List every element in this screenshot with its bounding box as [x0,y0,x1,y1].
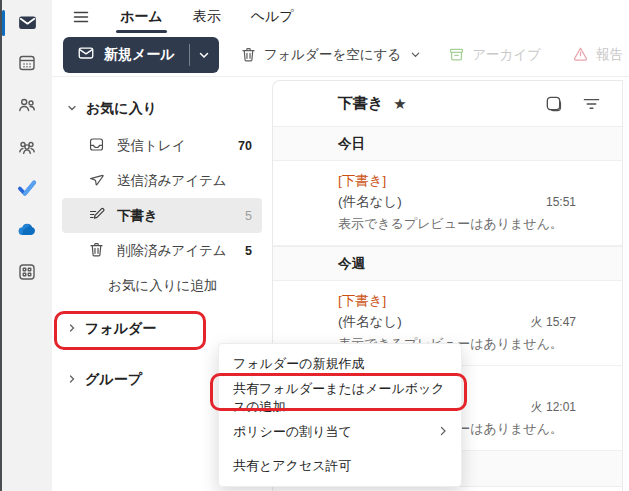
report-label: 報告 [596,46,623,64]
submenu-chevron-icon [437,425,449,440]
tab-home[interactable]: ホーム [118,2,165,32]
group-header-label: 今日 [338,135,365,153]
new-mail-button[interactable]: 新規メール [63,37,219,73]
archive-icon [448,46,465,63]
draft-tag: [下書き] [338,290,606,311]
message-list-header: 下書き ★ [273,81,622,126]
add-to-favorites-label: お気に入りに追加 [108,277,217,295]
onedrive-icon[interactable] [16,219,38,241]
message-subject: (件名なし) [338,191,402,213]
menu-item-create-new-folder[interactable]: フォルダーの新規作成 [219,347,461,381]
tab-view-label: 表示 [193,8,221,24]
message-subject: (件名なし) [338,311,402,333]
chevron-collapsed-icon [66,321,78,337]
sidebar-group-folders[interactable]: フォルダー [52,311,270,347]
group-header-this-week[interactable]: 今週 [273,246,622,281]
favorites-header[interactable]: お気に入り [66,94,270,124]
message-time: 15:51 [546,195,606,209]
tab-home-label: ホーム [120,8,163,24]
message-preview: 表示できるプレビューはありません。 [338,213,606,235]
folders-label: フォルダー [85,320,156,338]
people-icon[interactable] [16,94,38,116]
sidebar-item-sent[interactable]: 送信済みアイテム [52,163,270,198]
report-alert-icon [572,46,589,63]
chevron-down-icon [410,49,421,60]
message-time: 火 12:01 [531,399,606,416]
draft-pencil-icon [88,206,105,226]
sidebar-item-inbox[interactable]: 受信トレイ 70 [52,128,270,163]
sidebar-item-drafts[interactable]: 下書き 5 [62,198,262,233]
sidebar-item-deleted[interactable]: 削除済みアイテム 5 [52,233,270,268]
menu-item-sharing-permissions[interactable]: 共有とアクセス許可 [219,449,461,483]
empty-folder-label: フォルダーを空にする [264,46,402,64]
group-header-label: 今週 [338,255,365,273]
more-apps-icon[interactable] [16,261,38,283]
groups-label: グループ [85,371,142,389]
ribbon-tab-bar: ホーム 表示 ヘルプ [52,0,629,33]
new-mail-main[interactable]: 新規メール [63,37,189,73]
inbox-icon [88,136,105,156]
window-edge [0,0,2,491]
message-time: 火 15:47 [531,314,606,331]
report-button: 報告 [572,46,629,64]
favorites-header-label: お気に入り [86,100,157,118]
group-header-today[interactable]: 今日 [273,126,622,161]
app-rail [0,0,52,491]
menu-item-label: 共有フォルダーまたはメールボックスの追加 [233,380,449,416]
rail-selection-indicator [2,10,5,36]
new-mail-dropdown-button[interactable] [190,37,219,73]
sidebar-item-label: 削除済みアイテム [117,242,227,260]
chevron-collapsed-icon [66,372,78,388]
envelope-icon [77,44,95,66]
menu-item-add-shared-folder[interactable]: 共有フォルダーまたはメールボックスの追加 [219,381,461,415]
archive-button: アーカイブ [448,46,541,64]
favorite-star-icon[interactable]: ★ [393,96,406,111]
new-mail-label: 新規メール [104,46,175,64]
archive-label: アーカイブ [472,46,541,64]
ribbon-toolbar: 新規メール フォルダーを空にする アーカイブ [52,33,629,77]
menu-item-label: ポリシーの割り当て [233,423,352,441]
chevron-expanded-icon [66,101,78,117]
trash-icon [240,46,257,63]
menu-item-label: フォルダーの新規作成 [233,355,365,373]
message-row[interactable]: [下書き] (件名なし) 15:51 表示できるプレビューはありません。 [273,161,622,246]
calendar-icon[interactable] [16,52,38,74]
sidebar-item-label: 受信トレイ [117,137,185,155]
send-icon [88,171,105,191]
add-to-favorites-button[interactable]: お気に入りに追加 [52,268,270,303]
trash-icon [88,241,105,261]
outlook-app-window: ホーム 表示 ヘルプ 新規メール フォルダーを空にする [0,0,629,491]
select-messages-icon[interactable] [542,93,564,115]
list-title: 下書き [338,94,383,113]
empty-folder-button[interactable]: フォルダーを空にする [240,46,422,64]
unread-count-badge: 70 [238,139,252,153]
filter-icon[interactable] [580,93,602,115]
item-count-badge: 5 [245,209,252,223]
tab-help-label: ヘルプ [251,8,294,24]
sidebar-item-label: 送信済みアイテム [117,172,227,190]
menu-item-label: 共有とアクセス許可 [233,457,352,475]
hamburger-menu-icon[interactable] [70,6,92,28]
todo-icon[interactable] [16,177,38,199]
groups-icon[interactable] [16,136,38,158]
tab-view[interactable]: 表示 [191,2,223,32]
unread-count-badge: 5 [245,244,252,258]
draft-tag: [下書き] [338,170,606,191]
folder-context-menu: フォルダーの新規作成 共有フォルダーまたはメールボックスの追加 ポリシーの割り当… [218,343,462,487]
mail-icon[interactable] [16,11,38,33]
sidebar-item-label: 下書き [117,207,158,225]
tab-help[interactable]: ヘルプ [249,2,296,32]
menu-item-assign-policy[interactable]: ポリシーの割り当て [219,415,461,449]
